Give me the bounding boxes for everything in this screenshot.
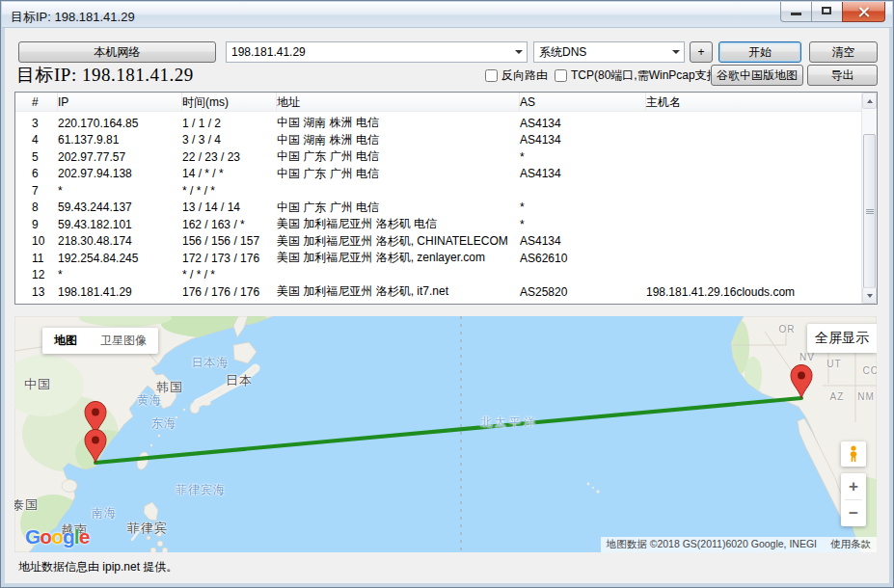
table-row[interactable]: 959.43.182.101162 / 163 / *美国 加利福尼亚州 洛杉矶… xyxy=(15,216,877,233)
close-button[interactable] xyxy=(842,2,885,22)
tcp-label[interactable]: TCP(80端口,需WinPcap支持) xyxy=(571,67,722,84)
zoom-in-button[interactable]: + xyxy=(841,473,866,499)
google-cn-map-label: 谷歌中国版地图 xyxy=(717,67,798,84)
table-row[interactable]: 12** / * / * xyxy=(15,267,877,284)
scroll-up-button[interactable] xyxy=(862,93,877,109)
map-type-satellite-button[interactable]: 卫星图像 xyxy=(89,333,158,349)
scrollbar-thumb[interactable] xyxy=(863,134,876,288)
target-ip-input[interactable] xyxy=(227,43,511,61)
tcp-checkbox[interactable] xyxy=(555,69,567,82)
options-group: 反向路由 TCP(80端口,需WinPcap支持) xyxy=(485,67,729,84)
pegman-icon xyxy=(848,445,859,463)
table-row[interactable]: 13198.181.41.29176 / 176 / 176美国 加利福尼亚州 … xyxy=(15,283,877,301)
map-type-map-button[interactable]: 地图 xyxy=(42,333,89,349)
dns-select-value: 系统DNS xyxy=(534,44,668,61)
clear-label: 清空 xyxy=(832,44,855,61)
fullscreen-button[interactable]: 全屏显示 xyxy=(807,324,877,353)
reverse-route-checkbox[interactable] xyxy=(485,69,498,82)
table-row[interactable]: 11192.254.84.245172 / 173 / 176美国 加利福尼亚州… xyxy=(15,250,877,267)
start-button[interactable]: 开始 xyxy=(718,41,801,63)
table-row[interactable]: 6202.97.94.13814 / * / *中国 广东 广州 电信AS413… xyxy=(15,166,877,183)
column-header-num[interactable]: # xyxy=(15,93,58,112)
target-ip-combobox[interactable] xyxy=(226,41,528,63)
arrow-up-icon xyxy=(867,99,873,103)
table-row[interactable]: 461.137.9.813 / 3 / 4中国 湖南 株洲 电信AS4134 xyxy=(15,132,877,149)
local-network-button[interactable]: 本机网络 xyxy=(18,41,216,63)
close-icon xyxy=(857,6,870,18)
scroll-down-button[interactable] xyxy=(862,287,877,304)
column-header-addr[interactable]: 地址 xyxy=(277,93,520,112)
zoom-control: + − xyxy=(841,473,866,526)
minimize-button[interactable] xyxy=(780,2,812,22)
client-area: 本机网络 系统DNS + 开始 清空 目标IP: 198.181.41.29 反… xyxy=(5,28,889,583)
table-row[interactable]: 3220.170.164.851 / 1 / 2中国 湖南 株洲 电信AS413… xyxy=(15,115,877,132)
chevron-down-icon[interactable] xyxy=(668,42,684,62)
maximize-button[interactable] xyxy=(811,2,843,22)
map-type-control: 地图 卫星图像 xyxy=(42,328,158,354)
table-row[interactable]: 10218.30.48.174156 / 156 / 157美国 加利福尼亚州 … xyxy=(15,233,877,251)
hainan-island xyxy=(62,480,77,493)
chevron-down-icon[interactable] xyxy=(511,42,527,62)
column-header-ip[interactable]: IP xyxy=(58,93,182,112)
export-label: 导出 xyxy=(831,67,854,84)
target-ip-label: 目标IP: 198.181.41.29 xyxy=(16,63,194,88)
reverse-route-label[interactable]: 反向路由 xyxy=(501,67,548,84)
table-row[interactable]: 5202.97.77.5722 / 23 / 23中国 广东 广州 电信* xyxy=(15,148,877,166)
fullscreen-label: 全屏显示 xyxy=(815,330,869,347)
window-controls xyxy=(780,2,885,22)
google-logo[interactable]: Google xyxy=(25,525,89,548)
add-button[interactable]: + xyxy=(690,41,713,63)
pegman-control[interactable] xyxy=(841,441,866,467)
map-canvas[interactable]: 中国 韩国 日本 泰国 越南 菲律宾 日本海 黄海 东海 菲律宾海 南海 北太平… xyxy=(14,316,877,552)
clear-button[interactable]: 清空 xyxy=(809,41,878,63)
window-title: 目标IP: 198.181.41.29 xyxy=(11,9,135,26)
table-row[interactable]: 859.43.244.13713 / 14 / 14中国 广东 广州 电信* xyxy=(15,200,877,217)
minimize-icon xyxy=(791,13,801,15)
arrow-down-icon xyxy=(867,294,873,298)
google-cn-map-button[interactable]: 谷歌中国版地图 xyxy=(711,65,803,86)
vertical-scrollbar[interactable] xyxy=(861,93,877,304)
column-header-as[interactable]: AS xyxy=(520,93,646,112)
status-text: 地址数据信息由 ipip.net 提供。 xyxy=(18,559,177,575)
column-header-host[interactable]: 主机名 xyxy=(646,93,877,112)
export-button[interactable]: 导出 xyxy=(807,65,878,86)
plus-icon: + xyxy=(697,45,704,59)
maximize-icon xyxy=(822,7,831,14)
local-network-label: 本机网络 xyxy=(95,44,141,61)
table-body: 3220.170.164.851 / 1 / 2中国 湖南 株洲 电信AS413… xyxy=(15,112,877,301)
map-attribution: 地图数据 ©2018 GS(2011)6020 Google, INEGI 使用… xyxy=(601,537,877,552)
dns-select[interactable]: 系统DNS xyxy=(533,41,685,63)
column-header-time[interactable]: 时间(ms) xyxy=(182,93,277,112)
terms-of-use-link[interactable]: 使用条款 xyxy=(830,538,871,551)
app-window: 目标IP: 198.181.41.29 本机网络 系统DNS + 开始 清空 xyxy=(0,0,894,588)
zoom-out-button[interactable]: − xyxy=(841,500,866,526)
attribution-text: 地图数据 ©2018 GS(2011)6020 Google, INEGI xyxy=(607,538,817,551)
table-header: # IP 时间(ms) 地址 AS 主机名 xyxy=(15,93,877,112)
hop-table: # IP 时间(ms) 地址 AS 主机名 3220.170.164.851 /… xyxy=(14,92,878,305)
table-row[interactable]: 7** / * / * xyxy=(15,182,877,200)
titlebar[interactable]: 目标IP: 198.181.41.29 xyxy=(2,2,892,28)
start-label: 开始 xyxy=(748,44,772,61)
